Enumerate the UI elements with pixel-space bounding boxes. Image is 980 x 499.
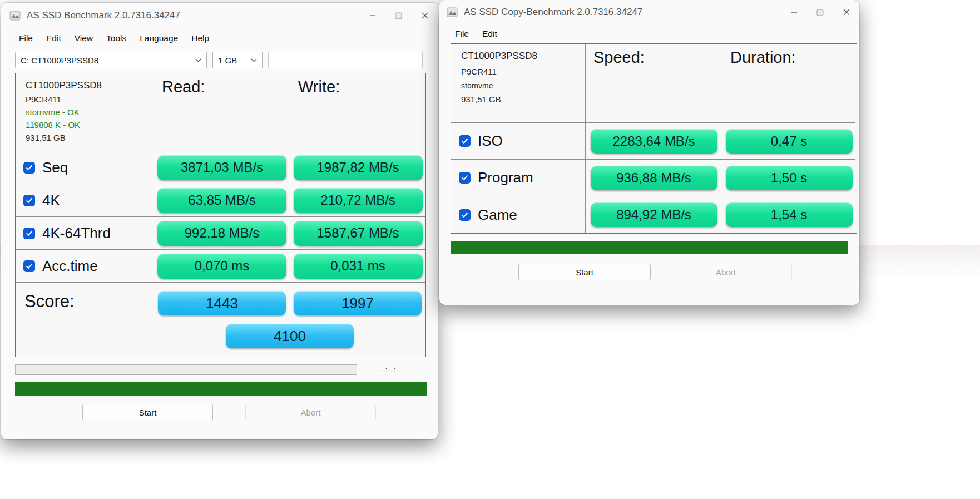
menu-language[interactable]: Language xyxy=(133,31,185,46)
benchmark-table: CT1000P3PSSD8 P9CR411 stornvme - OK 1198… xyxy=(15,73,426,357)
row-game-label: Game xyxy=(478,206,517,224)
menu-view[interactable]: View xyxy=(68,31,100,46)
device-model: CT1000P3PSSD8 xyxy=(26,80,148,91)
iso-speed-value: 2283,64 MB/s xyxy=(591,129,717,154)
game-speed-value: 894,92 MB/s xyxy=(591,202,717,227)
game-checkbox[interactable] xyxy=(459,209,471,221)
program-duration-value: 1,50 s xyxy=(726,166,853,190)
row-seq-label: Seq xyxy=(42,159,68,176)
menu-edit[interactable]: Edit xyxy=(39,31,68,46)
copy-benchmark-table: CT1000P3PSSD8 P9CR411 stornvme 931,51 GB… xyxy=(451,43,857,234)
game-speed-cell: 894,92 MB/s xyxy=(586,196,722,233)
device-info: CT1000P3PSSD8 P9CR411 stornvme 931,51 GB xyxy=(451,44,586,123)
acctime-read-cell: 0,070 ms xyxy=(154,250,290,283)
alignment-status: 119808 K - OK xyxy=(26,120,148,130)
copy-titlebar: AS SSD Copy-Benchmark 2.0.7316.34247 xyxy=(439,0,859,24)
minimize-icon[interactable] xyxy=(781,0,807,24)
read-score-value: 1443 xyxy=(158,291,286,315)
program-speed-value: 936,88 MB/s xyxy=(591,166,717,190)
game-duration-cell: 1,54 s xyxy=(722,196,855,233)
acctime-write-cell: 0,031 ms xyxy=(290,250,425,283)
copy-benchmark-window: AS SSD Copy-Benchmark 2.0.7316.34247 Fil… xyxy=(439,0,859,305)
program-duration-cell: 1,50 s xyxy=(722,160,855,196)
4k64-read-cell: 992,18 MB/s xyxy=(154,217,290,250)
4k-read-cell: 63,85 MB/s xyxy=(154,184,290,217)
overall-progress-bar xyxy=(15,382,427,396)
seq-read-value: 3871,03 MB/s xyxy=(157,155,286,180)
drive-select[interactable]: C: CT1000P3PSSD8 xyxy=(15,52,207,68)
device-info: CT1000P3PSSD8 P9CR411 stornvme - OK 1198… xyxy=(16,73,154,151)
menu-edit[interactable]: Edit xyxy=(476,27,504,41)
duration-column-header: Duration: xyxy=(722,44,855,123)
row-4k-label: 4K xyxy=(42,192,60,209)
row-iso-label: ISO xyxy=(478,132,503,150)
total-score-value: 4100 xyxy=(226,324,354,348)
comment-input[interactable] xyxy=(268,52,423,68)
benchmark-buttons: Start Abort xyxy=(1,404,438,421)
benchmark-window: AS SSD Benchmark 2.0.7316.34247 File Edi… xyxy=(1,3,438,439)
maximize-icon[interactable] xyxy=(385,3,412,28)
menu-file[interactable]: File xyxy=(448,27,476,41)
test-size-value: 1 GB xyxy=(218,56,237,65)
menu-file[interactable]: File xyxy=(12,31,39,46)
4k64-write-value: 1587,67 MB/s xyxy=(294,221,423,246)
maximize-icon[interactable] xyxy=(807,0,833,24)
test-progress-bar xyxy=(15,364,357,375)
app-icon xyxy=(9,9,21,22)
row-4k64: 4K-64Thrd xyxy=(16,217,154,250)
chevron-down-icon xyxy=(195,58,201,62)
row-acctime: Acc.time xyxy=(16,250,154,283)
score-label: Score: xyxy=(16,283,154,357)
device-model: CT1000P3PSSD8 xyxy=(461,51,580,62)
window-controls xyxy=(359,3,438,28)
app-icon xyxy=(446,6,458,18)
4k-checkbox[interactable] xyxy=(23,195,35,206)
device-capacity: 931,51 GB xyxy=(461,95,580,104)
window-title: AS SSD Copy-Benchmark 2.0.7316.34247 xyxy=(464,7,781,18)
iso-duration-cell: 0,47 s xyxy=(722,123,855,160)
menu-tools[interactable]: Tools xyxy=(100,31,133,46)
read-column-header: Read: xyxy=(154,73,290,151)
drive-select-value: C: CT1000P3PSSD8 xyxy=(21,56,98,65)
minimize-icon[interactable] xyxy=(359,3,385,28)
abort-button[interactable]: Abort xyxy=(245,404,376,421)
abort-button[interactable]: Abort xyxy=(660,264,792,280)
seq-read-cell: 3871,03 MB/s xyxy=(154,151,290,184)
seq-checkbox[interactable] xyxy=(23,162,35,174)
row-program-label: Program xyxy=(478,169,533,186)
4k64-checkbox[interactable] xyxy=(23,228,35,239)
program-checkbox[interactable] xyxy=(459,172,471,184)
device-capacity: 931,51 GB xyxy=(26,133,148,142)
start-button[interactable]: Start xyxy=(82,404,213,421)
iso-checkbox[interactable] xyxy=(459,135,471,147)
device-driver: stornvme xyxy=(461,81,580,90)
row-acctime-label: Acc.time xyxy=(42,258,98,275)
acctime-checkbox[interactable] xyxy=(23,260,35,272)
acctime-read-value: 0,070 ms xyxy=(157,254,286,279)
iso-speed-cell: 2283,64 MB/s xyxy=(586,123,722,160)
seq-write-value: 1987,82 MB/s xyxy=(294,155,423,180)
close-icon[interactable] xyxy=(412,3,438,28)
benchmark-titlebar: AS SSD Benchmark 2.0.7316.34247 xyxy=(1,3,438,28)
start-button[interactable]: Start xyxy=(518,264,651,280)
chevron-down-icon xyxy=(251,58,257,62)
row-4k64-label: 4K-64Thrd xyxy=(42,225,111,242)
write-column-header: Write: xyxy=(290,73,425,151)
4k-write-cell: 210,72 MB/s xyxy=(290,184,425,217)
speed-column-header: Speed: xyxy=(586,44,722,123)
4k-read-value: 63,85 MB/s xyxy=(157,188,286,213)
copy-menubar: File Edit xyxy=(439,24,859,43)
seq-write-cell: 1987,82 MB/s xyxy=(290,151,425,184)
desktop-wallpaper: AS SSD Benchmark 2.0.7316.34247 File Edi… xyxy=(0,0,980,499)
menu-help[interactable]: Help xyxy=(185,31,216,46)
row-program: Program xyxy=(451,160,586,196)
score-area: 1443 1997 4100 xyxy=(154,283,425,357)
game-duration-value: 1,54 s xyxy=(726,202,853,227)
row-4k: 4K xyxy=(16,184,154,217)
close-icon[interactable] xyxy=(833,0,859,24)
acctime-write-value: 0,031 ms xyxy=(294,254,423,279)
row-seq: Seq xyxy=(16,151,154,184)
driver-status: stornvme - OK xyxy=(26,107,148,117)
test-size-select[interactable]: 1 GB xyxy=(212,52,263,68)
write-score-value: 1997 xyxy=(294,291,422,315)
